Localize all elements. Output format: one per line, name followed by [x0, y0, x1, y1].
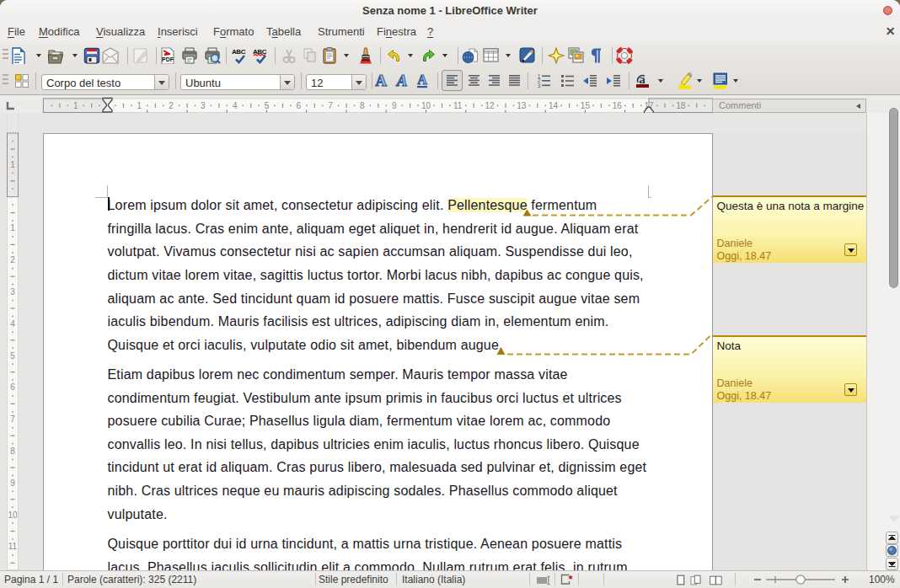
svg-text:A: A — [417, 72, 427, 87]
svg-text:3: 3 — [538, 83, 541, 88]
svg-text:A: A — [375, 72, 387, 89]
svg-text:PDF: PDF — [162, 56, 174, 62]
svg-text:ABC: ABC — [232, 48, 246, 56]
svg-text:*: * — [568, 574, 573, 585]
svg-text:A: A — [396, 72, 408, 89]
svg-text:a: a — [639, 72, 646, 86]
